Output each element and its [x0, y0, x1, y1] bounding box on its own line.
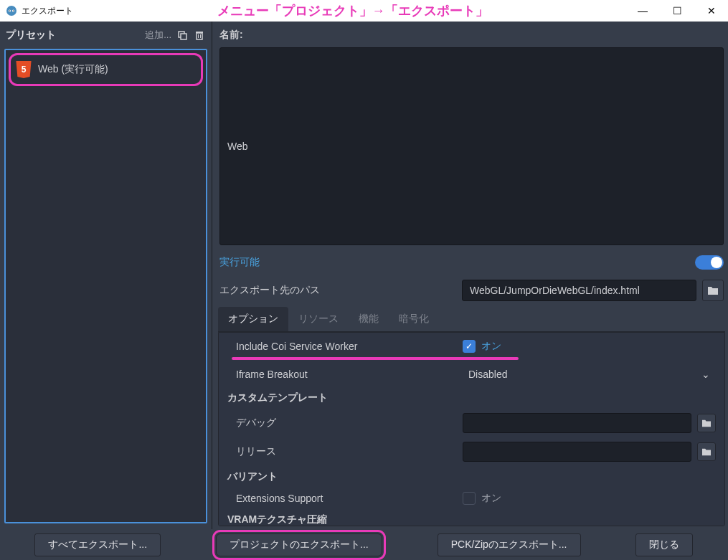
svg-rect-7 [197, 33, 202, 39]
svg-point-4 [13, 10, 14, 11]
add-preset-button[interactable]: 追加... [145, 29, 171, 42]
export-path-label: エクスポート先のパス [219, 284, 456, 297]
svg-point-3 [9, 10, 10, 11]
browse-debug-button[interactable] [697, 414, 716, 432]
checkbox-extensions[interactable] [463, 492, 476, 505]
options-scroll[interactable]: Include Coi Service Worker ✓ オン Iframe B… [218, 332, 725, 527]
section-variant: バリアント [227, 470, 457, 483]
tab-features[interactable]: 機能 [349, 307, 389, 331]
minimize-button[interactable]: — [632, 5, 653, 16]
window-title: エクスポート [22, 5, 73, 17]
maximize-button[interactable]: ☐ [666, 5, 688, 16]
preset-list[interactable]: 5 Web (実行可能) [4, 49, 207, 523]
opt-label-iframe: Iframe Breakout [227, 369, 457, 380]
settings-panel: 名前: 実行可能 エクスポート先のパス オプション リソース 機能 暗号化 In… [212, 22, 728, 529]
tab-options[interactable]: オプション [218, 307, 288, 331]
chevron-down-icon: ⌄ [701, 369, 710, 380]
tutorial-annotation: メニュー「プロジェクト」→「エクスポート」 [73, 2, 632, 19]
runnable-toggle[interactable] [695, 255, 724, 270]
close-dialog-button[interactable]: 閉じる [635, 533, 693, 556]
window-controls: — ☐ ✕ [632, 5, 722, 16]
export-pck-button[interactable]: PCK/Zipのエクスポート... [438, 533, 581, 556]
browse-release-button[interactable] [697, 442, 716, 461]
duplicate-icon[interactable] [176, 29, 189, 42]
svg-point-0 [6, 6, 16, 16]
name-input[interactable] [219, 47, 724, 245]
svg-rect-8 [196, 32, 203, 33]
on-label: オン [481, 492, 501, 505]
export-all-button[interactable]: すべてエクスポート... [34, 533, 161, 556]
preset-panel: プリセット 追加... 5 Web (実行可能) [0, 22, 212, 529]
html5-icon: 5 [15, 61, 32, 78]
preset-item-label: Web (実行可能) [38, 63, 108, 76]
name-label: 名前: [219, 29, 243, 42]
svg-rect-6 [181, 34, 186, 39]
debug-path-input[interactable] [463, 413, 691, 433]
export-path-input[interactable] [462, 280, 696, 301]
opt-label-coi: Include Coi Service Worker [227, 341, 457, 352]
close-button[interactable]: ✕ [701, 5, 722, 16]
opt-label-release: リリース [227, 445, 457, 458]
release-path-input[interactable] [463, 442, 691, 462]
section-vram: VRAMテクスチャ圧縮 [227, 513, 457, 526]
export-project-button[interactable]: プロジェクトのエクスポート... [216, 533, 382, 556]
tab-encryption[interactable]: 暗号化 [389, 307, 439, 331]
runnable-label: 実行可能 [219, 256, 260, 269]
dropdown-iframe[interactable]: Disabled ⌄ [463, 366, 716, 383]
highlight-underline [232, 357, 519, 360]
tabs: オプション リソース 機能 暗号化 [218, 307, 725, 332]
section-custom-template: カスタムテンプレート [227, 391, 457, 404]
opt-label-debug: デバッグ [227, 417, 457, 430]
delete-icon[interactable] [193, 29, 206, 42]
browse-folder-button[interactable] [702, 280, 724, 301]
footer: すべてエクスポート... プロジェクトのエクスポート... PCK/Zipのエク… [0, 529, 728, 560]
godot-icon [6, 5, 17, 16]
opt-label-extensions: Extensions Support [227, 493, 457, 504]
tab-resources[interactable]: リソース [288, 307, 349, 331]
preset-item-web[interactable]: 5 Web (実行可能) [9, 53, 203, 86]
preset-header-label: プリセット [6, 29, 141, 42]
titlebar: エクスポート メニュー「プロジェクト」→「エクスポート」 — ☐ ✕ [0, 0, 728, 22]
checkbox-coi[interactable]: ✓ [463, 340, 476, 353]
on-label: オン [481, 340, 501, 353]
